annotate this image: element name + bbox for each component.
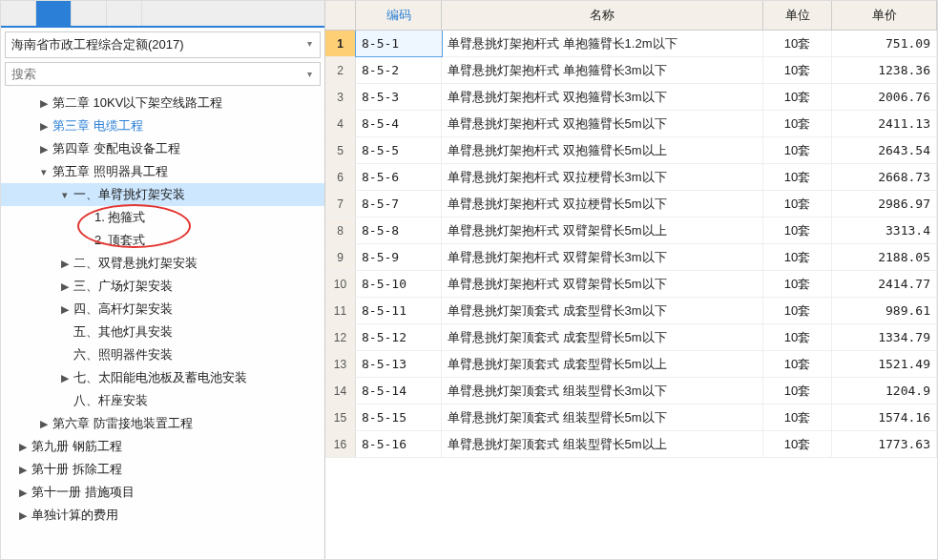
cell-code: 8-5-12 <box>356 324 442 350</box>
expand-icon[interactable]: ▶ <box>58 280 72 293</box>
tree-item-label: 2. 顶套式 <box>93 232 145 249</box>
row-number: 8 <box>325 218 356 243</box>
cell-price: 2411.13 <box>832 111 937 136</box>
tree-item-label: 七、太阳能电池板及蓄电池安装 <box>72 369 247 386</box>
tree-item[interactable]: ▶七、太阳能电池板及蓄电池安装 <box>1 366 324 389</box>
row-number: 3 <box>325 84 356 110</box>
grid-header: 编码 名称 单位 单价 <box>325 1 937 31</box>
cell-name: 单臂悬挑灯架顶套式 成套型臂长5m以上 <box>442 351 763 377</box>
tree-item-label: 第四章 变配电设备工程 <box>51 140 180 157</box>
table-row[interactable]: 18-5-1单臂悬挑灯架抱杆式 单抱箍臂长1.2m以下10套751.09 <box>325 31 937 57</box>
tree-item-label: 二、双臂悬挑灯架安装 <box>72 255 198 272</box>
tree-item[interactable]: 2. 顶套式 <box>1 229 324 252</box>
row-number: 9 <box>325 244 356 270</box>
tree-item[interactable]: ▾一、单臂挑灯架安装 <box>1 183 324 206</box>
tree-item-label: 第六章 防雷接地装置工程 <box>51 415 193 432</box>
tree-item[interactable]: 1. 抱箍式 <box>1 206 324 229</box>
tree-item[interactable]: ▶二、双臂悬挑灯架安装 <box>1 252 324 275</box>
cell-unit: 10套 <box>763 111 832 136</box>
cell-price: 2986.97 <box>832 191 937 217</box>
cell-price: 2006.76 <box>832 84 937 110</box>
tree-item[interactable]: ▶第六章 防雷接地装置工程 <box>1 412 324 435</box>
expand-icon[interactable]: ▶ <box>37 143 51 156</box>
table-row[interactable]: 168-5-16单臂悬挑灯架顶套式 组装型臂长5m以上10套1773.63 <box>325 431 937 458</box>
expand-icon[interactable]: ▶ <box>58 372 72 384</box>
expand-icon[interactable]: ▶ <box>37 120 51 133</box>
column-rownum <box>325 1 356 30</box>
column-price[interactable]: 单价 <box>832 1 937 30</box>
tree-item[interactable]: ▶第三章 电缆工程 <box>1 114 324 137</box>
table-row[interactable]: 98-5-9单臂悬挑灯架抱杆式 双臂架臂长3m以下10套2188.05 <box>325 244 937 271</box>
table-row[interactable]: 128-5-12单臂悬挑灯架顶套式 成套型臂长5m以下10套1334.79 <box>325 324 937 351</box>
tree-item[interactable]: ▾第五章 照明器具工程 <box>1 160 324 183</box>
search-box[interactable]: ▾ <box>5 62 321 86</box>
tree-item[interactable]: ▶单独计算的费用 <box>1 504 324 527</box>
table-row[interactable]: 28-5-2单臂悬挑灯架抱杆式 单抱箍臂长3m以下10套1238.36 <box>325 57 937 84</box>
cell-name: 单臂悬挑灯架抱杆式 双臂架臂长5m以上 <box>442 218 763 243</box>
expand-icon[interactable]: ▶ <box>16 441 30 453</box>
row-number: 14 <box>325 378 356 404</box>
category-dropdown[interactable]: 海南省市政工程综合定额(2017) ▾ <box>5 31 321 58</box>
tree-item[interactable]: ▶第二章 10KV以下架空线路工程 <box>1 92 324 114</box>
cell-code: 8-5-5 <box>356 137 442 163</box>
tree-item[interactable]: ▶第四章 变配电设备工程 <box>1 137 324 160</box>
expand-icon[interactable]: ▶ <box>37 418 51 430</box>
tree-item[interactable]: ▶第十册 拆除工程 <box>1 458 324 481</box>
expand-icon[interactable]: ▶ <box>16 487 30 499</box>
table-row[interactable]: 108-5-10单臂悬挑灯架抱杆式 双臂架臂长5m以下10套2414.77 <box>325 271 937 298</box>
chevron-down-icon: ▾ <box>307 69 312 79</box>
cell-code: 8-5-2 <box>356 57 442 83</box>
cell-unit: 10套 <box>763 404 832 430</box>
table-row[interactable]: 78-5-7单臂悬挑灯架抱杆式 双拉梗臂长5m以下10套2986.97 <box>325 191 937 218</box>
table-row[interactable]: 68-5-6单臂悬挑灯架抱杆式 双拉梗臂长3m以下10套2668.73 <box>325 164 937 191</box>
row-number: 1 <box>325 31 356 56</box>
tab-1[interactable] <box>36 1 72 26</box>
cell-price: 3313.4 <box>832 218 937 243</box>
tree-item[interactable]: 六、照明器件安装 <box>1 343 324 366</box>
chevron-down-icon: ▾ <box>307 38 312 49</box>
table-row[interactable]: 118-5-11单臂悬挑灯架顶套式 成套型臂长3m以下10套989.61 <box>325 298 937 324</box>
app-root: 海南省市政工程综合定额(2017) ▾ ▾ ▶第二章 10KV以下架空线路工程▶… <box>0 0 938 560</box>
table-row[interactable]: 88-5-8单臂悬挑灯架抱杆式 双臂架臂长5m以上10套3313.4 <box>325 218 937 244</box>
table-row[interactable]: 158-5-15单臂悬挑灯架顶套式 组装型臂长5m以下10套1574.16 <box>325 404 937 431</box>
expand-icon[interactable]: ▶ <box>58 303 72 316</box>
cell-name: 单臂悬挑灯架抱杆式 双臂架臂长3m以下 <box>442 244 763 270</box>
cell-code: 8-5-9 <box>356 244 442 270</box>
collapse-icon[interactable]: ▾ <box>37 166 51 178</box>
tree-item[interactable]: ▶四、高杆灯架安装 <box>1 298 324 321</box>
tree-item[interactable]: 五、其他灯具安装 <box>1 321 324 343</box>
expand-icon[interactable]: ▶ <box>16 509 30 522</box>
nav-tree[interactable]: ▶第二章 10KV以下架空线路工程▶第三章 电缆工程▶第四章 变配电设备工程▾第… <box>1 90 324 559</box>
cell-price: 2643.54 <box>832 137 937 163</box>
column-code[interactable]: 编码 <box>356 1 442 30</box>
tree-item-label: 一、单臂挑灯架安装 <box>72 186 185 203</box>
cell-code: 8-5-13 <box>356 351 442 377</box>
table-row[interactable]: 48-5-4单臂悬挑灯架抱杆式 双抱箍臂长5m以下10套2411.13 <box>325 111 937 137</box>
expand-icon[interactable]: ▶ <box>37 97 51 110</box>
collapse-icon[interactable]: ▾ <box>58 189 72 201</box>
cell-unit: 10套 <box>763 57 832 83</box>
column-name[interactable]: 名称 <box>442 1 763 30</box>
tree-item[interactable]: ▶第九册 钢筋工程 <box>1 435 324 458</box>
grid-body[interactable]: 18-5-1单臂悬挑灯架抱杆式 单抱箍臂长1.2m以下10套751.0928-5… <box>325 31 937 559</box>
tree-item[interactable]: ▶第十一册 措施项目 <box>1 481 324 504</box>
tab-2[interactable] <box>72 1 107 26</box>
cell-price: 1574.16 <box>832 404 937 430</box>
cell-name: 单臂悬挑灯架抱杆式 双拉梗臂长5m以下 <box>442 191 763 217</box>
expand-icon[interactable]: ▶ <box>16 464 30 476</box>
search-input[interactable] <box>11 67 283 81</box>
table-row[interactable]: 38-5-3单臂悬挑灯架抱杆式 双抱箍臂长3m以下10套2006.76 <box>325 84 937 111</box>
table-row[interactable]: 58-5-5单臂悬挑灯架抱杆式 双抱箍臂长5m以上10套2643.54 <box>325 137 937 164</box>
row-number: 16 <box>325 431 356 457</box>
tree-item-label: 三、广场灯架安装 <box>72 278 173 295</box>
cell-price: 1204.9 <box>832 378 937 404</box>
table-row[interactable]: 148-5-14单臂悬挑灯架顶套式 组装型臂长3m以下10套1204.9 <box>325 378 937 404</box>
expand-icon[interactable]: ▶ <box>58 258 72 270</box>
tree-item[interactable]: 八、杆座安装 <box>1 389 324 412</box>
tree-item[interactable]: ▶三、广场灯架安装 <box>1 275 324 298</box>
table-row[interactable]: 138-5-13单臂悬挑灯架顶套式 成套型臂长5m以上10套1521.49 <box>325 351 937 378</box>
tab-3[interactable] <box>107 1 142 26</box>
tab-0[interactable] <box>1 1 36 26</box>
row-number: 2 <box>325 57 356 83</box>
column-unit[interactable]: 单位 <box>763 1 832 30</box>
